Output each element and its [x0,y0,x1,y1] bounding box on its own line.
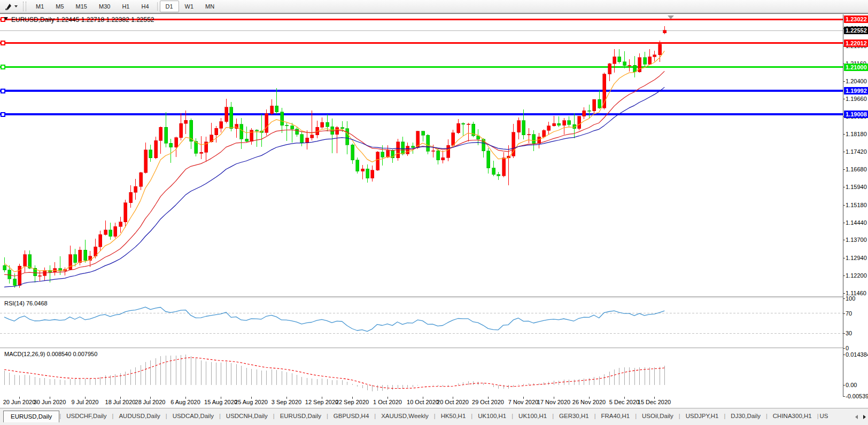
candlestick[interactable] [291,126,294,129]
candlestick[interactable] [169,143,173,147]
candlestick[interactable] [351,145,354,160]
candlestick[interactable] [517,121,521,132]
candlestick[interactable] [215,128,218,135]
candlestick[interactable] [79,250,82,263]
candlestick[interactable] [441,158,445,160]
chart-tab-usdchf-daily[interactable]: USDCHF,Daily [61,411,112,422]
candlestick[interactable] [578,116,581,129]
tab-scroll-right-icon[interactable] [863,415,866,419]
candlestick[interactable] [502,158,506,176]
candlestick[interactable] [401,142,405,154]
candlestick[interactable] [492,168,495,175]
candlestick[interactable] [99,234,102,247]
date-axis[interactable]: 20 Jun 202030 Jun 20209 Jul 202018 Jul 2… [0,397,843,407]
candlestick[interactable] [225,107,228,122]
candlestick[interactable] [306,138,309,143]
candlestick[interactable] [613,57,616,64]
candlestick[interactable] [568,121,571,125]
candlestick[interactable] [386,151,390,157]
chart-shift-marker-icon[interactable] [668,15,674,19]
rsi-indicator-pane[interactable] [0,298,843,348]
pane-divider[interactable] [0,348,843,348]
candlestick[interactable] [618,57,621,62]
candlestick[interactable] [285,125,289,126]
candlestick[interactable] [658,44,662,55]
candlestick[interactable] [432,151,435,151]
candlestick[interactable] [200,152,203,153]
candlestick[interactable] [644,58,647,64]
candlestick[interactable] [557,123,561,125]
candlestick[interactable] [109,230,112,237]
candlestick[interactable] [300,135,304,143]
chart-tab-gbpusd-h4[interactable]: GBPUSD,H4 [328,411,374,422]
candlestick[interactable] [281,112,284,125]
candlestick[interactable] [371,170,374,178]
candlestick[interactable] [220,122,223,128]
cursor-tool-button[interactable] [2,1,20,12]
candlestick[interactable] [140,172,143,186]
candlestick[interactable] [447,145,450,158]
chart-tab-usdcad-daily[interactable]: USDCAD,Daily [167,411,219,422]
chart-tab-usdjpy-h1[interactable]: USDJPY,H1 [680,411,724,422]
chart-tab-eurusd-daily[interactable]: EURUSD,Daily [3,411,59,422]
candlestick[interactable] [38,276,42,276]
candlestick[interactable] [175,138,178,147]
tab-scroll-left-icon[interactable] [855,415,858,419]
candlestick[interactable] [326,122,329,127]
candlestick[interactable] [311,135,314,138]
candlestick[interactable] [69,255,72,270]
candlestick[interactable] [593,99,596,111]
line-anchor-handle[interactable] [1,41,5,45]
candlestick[interactable] [648,57,652,64]
candlestick[interactable] [653,55,656,57]
candlestick[interactable] [74,255,77,263]
pane-divider[interactable] [0,296,843,297]
candlestick[interactable] [114,226,117,237]
chart-tab-audusd-daily[interactable]: AUDUSD,Daily [113,411,165,422]
candlestick[interactable] [452,133,455,146]
chart-tab-usdcnh-daily[interactable]: USDCNH,Daily [221,411,273,422]
macd-indicator-pane[interactable] [0,349,843,397]
timeframe-button-m5[interactable]: M5 [50,1,69,12]
chart-tab-hk50-h1[interactable]: HK50,H1 [436,411,471,422]
main-price-chart[interactable] [0,14,843,296]
candlestick[interactable] [104,230,107,234]
candlestick[interactable] [376,152,379,170]
timeframe-button-mn[interactable]: MN [199,1,220,12]
candlestick[interactable] [462,123,465,124]
candlestick[interactable] [467,124,470,124]
candlestick[interactable] [381,152,384,157]
candlestick[interactable] [663,30,666,33]
timeframe-button-h1[interactable]: H1 [116,1,135,12]
line-anchor-handle[interactable] [1,113,5,116]
candlestick[interactable] [497,175,500,176]
candlestick[interactable] [184,120,188,123]
candlestick[interactable] [84,250,87,261]
candlestick[interactable] [240,124,243,139]
chart-tab-usoil-daily[interactable]: USOil,Daily [637,411,679,422]
candlestick[interactable] [422,131,425,136]
candlestick[interactable] [275,106,278,112]
candlestick[interactable] [583,111,586,116]
candlestick[interactable] [366,169,369,178]
candlestick[interactable] [487,151,490,168]
candlestick[interactable] [623,62,626,66]
candlestick[interactable] [124,203,127,222]
candlestick[interactable] [18,266,21,286]
candlestick[interactable] [346,129,349,145]
candlestick[interactable] [24,255,27,266]
line-anchor-handle[interactable] [1,65,5,69]
candlestick[interactable] [180,123,183,138]
candlestick[interactable] [255,130,259,131]
timeframe-button-m30[interactable]: M30 [93,1,116,12]
chart-tab-xauusd-weekly[interactable]: XAUUSD,Weekly [376,411,434,422]
chart-tab-eurusd-daily[interactable]: EURUSD,Daily [275,411,327,422]
timeframe-button-m1[interactable]: M1 [30,1,50,12]
candlestick[interactable] [588,111,591,111]
timeframe-button-d1[interactable]: D1 [160,1,179,12]
chart-tab-china300-h1[interactable]: CHINA300,H1 [768,411,817,422]
candlestick[interactable] [361,169,365,171]
candlestick[interactable] [8,270,11,279]
candlestick[interactable] [159,127,162,140]
candlestick[interactable] [149,150,152,158]
